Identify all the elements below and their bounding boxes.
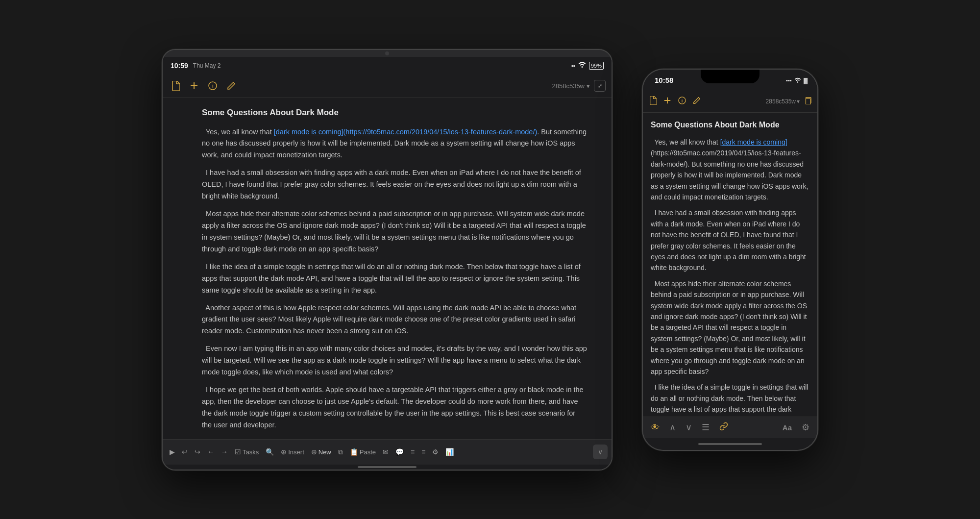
redo-button[interactable]: ↪ xyxy=(192,443,203,461)
plus-icon[interactable] xyxy=(187,79,201,93)
ipad-device: 10:59 Thu May 2 ▪▪ 99% xyxy=(162,49,612,470)
ipad-para-5: Another aspect of this is how Apple resp… xyxy=(202,302,587,338)
ipad-camera xyxy=(385,51,389,55)
ipad-content-area[interactable]: Some Questions About Dark Mode Yes, we a… xyxy=(163,98,612,439)
ipad-para-6: Even now I am typing this in an app with… xyxy=(202,343,587,378)
iphone-toolbar: i 2858c535w ▾ xyxy=(643,91,817,113)
ipad-para-3: Most apps hide their alternate color sch… xyxy=(202,208,587,255)
iphone-para-2: I have had a small obsession with findin… xyxy=(651,207,809,273)
toolbar-more-button[interactable]: ∨ xyxy=(593,445,608,459)
chart-button[interactable]: 📊 xyxy=(442,443,457,461)
copy-button[interactable]: ⧉ xyxy=(335,443,346,461)
tasks-button[interactable]: ☑ Tasks xyxy=(232,443,262,461)
ipad-top-bezel xyxy=(163,50,612,57)
iphone-chevron-up-icon[interactable]: ∧ xyxy=(669,422,676,433)
new-doc-icon[interactable] xyxy=(169,79,182,93)
undo-button[interactable]: ↩ xyxy=(179,443,191,461)
tasks-label: Tasks xyxy=(243,448,259,456)
ipad-toolbar-left: i xyxy=(169,79,238,93)
comment-button[interactable]: 💬 xyxy=(392,443,407,461)
forward-button[interactable]: → xyxy=(218,443,231,461)
iphone-notch xyxy=(701,70,760,83)
iphone-doc-icon[interactable] xyxy=(649,96,657,107)
iphone-time: 10:58 xyxy=(655,76,673,84)
settings-button[interactable]: ⚙ xyxy=(429,443,441,461)
iphone-eye-icon[interactable]: 👁 xyxy=(651,422,660,433)
iphone-battery-icon: ▓ xyxy=(804,77,808,83)
ipad-status-icons: ▪▪ 99% xyxy=(571,62,604,70)
iphone-info-icon[interactable]: i xyxy=(678,97,686,107)
iphone-para-4: I like the idea of a simple toggle in se… xyxy=(651,382,809,416)
iphone-font-icon[interactable]: Aa xyxy=(783,423,792,432)
iphone-pencil-icon[interactable] xyxy=(693,97,701,107)
iphone-para-1: Yes, we all know that [dark mode is comi… xyxy=(651,137,809,202)
ipad-para-1: Yes, we all know that [dark mode is comi… xyxy=(202,126,587,162)
iphone-device: 10:58 ▪▪▪ ▓ xyxy=(642,69,818,451)
ipad-bottom-toolbar: ▶ ↩ ↪ ← → ☑ Tasks 🔍 ⊕ Insert xyxy=(163,439,612,465)
back-button[interactable]: ← xyxy=(204,443,217,461)
iphone-home-indicator xyxy=(643,438,817,450)
version-selector[interactable]: 2858c535w ▾ xyxy=(552,82,590,90)
play-button[interactable]: ▶ xyxy=(167,443,178,461)
insert-label: Insert xyxy=(288,448,304,456)
ipad-screen: 10:59 Thu May 2 ▪▪ 99% xyxy=(163,57,612,470)
paste-button[interactable]: 📋 Paste xyxy=(347,443,379,461)
ipad-toolbar: i 2858c535w ▾ ⤢ xyxy=(163,74,612,98)
ipad-status-bar: 10:59 Thu May 2 ▪▪ 99% xyxy=(163,57,612,74)
indent-button[interactable]: ≡ xyxy=(408,443,417,461)
iphone-chevron-down-icon[interactable]: ∨ xyxy=(686,422,692,433)
pencil-icon[interactable] xyxy=(224,79,238,93)
battery-icon: 99% xyxy=(589,62,604,70)
iphone-doc-title: Some Questions About Dark Mode xyxy=(651,119,809,131)
new-label: New xyxy=(318,448,331,456)
iphone-list-icon[interactable]: ☰ xyxy=(702,422,710,433)
insert-button[interactable]: ⊕ Insert xyxy=(278,443,307,461)
iphone-para-3: Most apps hide their alternate color sch… xyxy=(651,278,809,377)
svg-text:i: i xyxy=(212,83,214,89)
outdent-button[interactable]: ≡ xyxy=(418,443,428,461)
svg-text:i: i xyxy=(682,98,683,103)
iphone-gear-icon[interactable]: ⚙ xyxy=(802,422,809,433)
new-button[interactable]: ⊕ New xyxy=(308,443,334,461)
iphone-bottom-toolbar: 👁 ∧ ∨ ☰ Aa ⚙ xyxy=(643,417,817,438)
paste-label: Paste xyxy=(360,448,376,456)
link-dark-mode[interactable]: [dark mode is coming](https://9to5mac.co… xyxy=(274,128,538,136)
ipad-date: Thu May 2 xyxy=(193,62,221,69)
ipad-home-indicator xyxy=(163,465,612,470)
ipad-toolbar-right: 2858c535w ▾ ⤢ xyxy=(552,80,606,92)
ipad-para-2: I have had a small obsession with findin… xyxy=(202,167,587,202)
ipad-doc-title: Some Questions About Dark Mode xyxy=(202,106,587,120)
iphone-toolbar-left: i xyxy=(649,96,701,107)
iphone-home-bar xyxy=(698,443,762,445)
iphone-link-icon[interactable] xyxy=(719,422,728,433)
iphone-version-selector[interactable]: 2858c535w ▾ xyxy=(766,98,800,105)
iphone-status-icons: ▪▪▪ ▓ xyxy=(786,76,808,85)
search-button[interactable]: 🔍 xyxy=(263,443,277,461)
svg-rect-8 xyxy=(806,99,810,104)
ipad-para-4: I like the idea of a simple toggle in se… xyxy=(202,261,587,297)
iphone-signal-icon: ▪▪▪ xyxy=(786,77,792,83)
ipad-home-bar xyxy=(358,466,416,468)
signal-icon: ▪▪ xyxy=(571,63,575,69)
ipad-time: 10:59 xyxy=(171,62,188,70)
email-button[interactable]: ✉ xyxy=(380,443,392,461)
iphone-wifi-icon xyxy=(794,76,801,85)
iphone-content-area[interactable]: Some Questions About Dark Mode Yes, we a… xyxy=(643,113,817,417)
iphone-link-dark-mode[interactable]: [dark mode is coming] xyxy=(720,138,787,146)
expand-button[interactable]: ⤢ xyxy=(594,80,606,92)
iphone-plus-icon[interactable] xyxy=(663,97,671,107)
wifi-icon xyxy=(578,62,586,69)
iphone-toolbar-right: 2858c535w ▾ xyxy=(766,97,811,107)
ipad-para-7: I hope we get the best of both worlds. A… xyxy=(202,384,587,431)
iphone-screen: 10:58 ▪▪▪ ▓ xyxy=(643,70,817,450)
iphone-copy-icon[interactable] xyxy=(804,97,811,107)
info-icon[interactable]: i xyxy=(206,79,220,93)
